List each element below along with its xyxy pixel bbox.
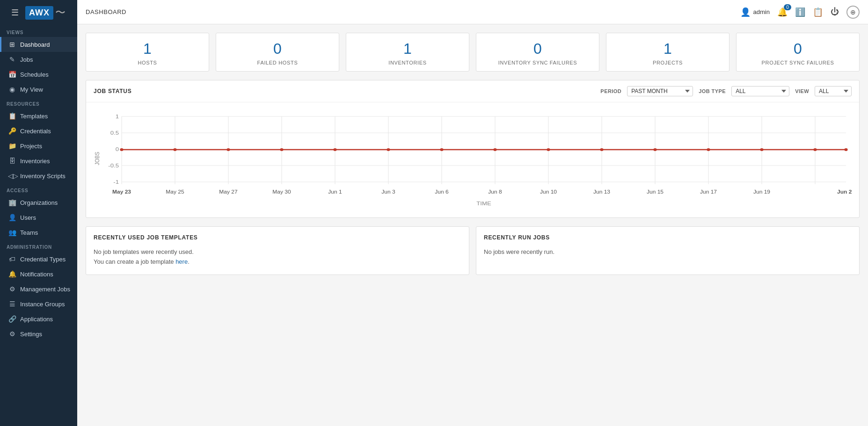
inventories-icon: 🗄 — [8, 157, 16, 165]
sidebar-item-organizations[interactable]: 🏢Organizations — [0, 195, 77, 210]
notification-badge: 0 — [784, 4, 791, 10]
sidebar-item-users[interactable]: 👤Users — [0, 210, 77, 225]
svg-point-25 — [120, 148, 123, 151]
stat-label: HOSTS — [138, 60, 157, 65]
stat-label: PROJECTS — [653, 60, 683, 65]
page-title: DASHBOARD — [86, 8, 126, 15]
sidebar-item-label-inventory-scripts: Inventory Scripts — [20, 173, 66, 180]
credential-types-icon: 🏷 — [8, 255, 16, 263]
period-select[interactable]: PAST MONTHPAST TWO WEEKSPAST WEEKPAST DA… — [627, 86, 693, 96]
svg-text:May 27: May 27 — [219, 189, 237, 195]
sidebar-item-management-jobs[interactable]: ⚙Management Jobs — [0, 282, 77, 296]
sidebar-item-inventories[interactable]: 🗄Inventories — [0, 153, 77, 168]
projects-icon: 📁 — [8, 142, 16, 150]
sidebar-item-teams[interactable]: 👥Teams — [0, 225, 77, 240]
svg-text:-1: -1 — [113, 179, 119, 185]
sidebar-item-label-teams: Teams — [20, 229, 38, 236]
svg-text:-0.5: -0.5 — [108, 163, 119, 169]
chart-svg: JOBS 1 0.5 0 -0.5 -1 — [94, 107, 852, 210]
create-link[interactable]: here — [175, 258, 188, 265]
sidebar-item-label-users: Users — [20, 214, 36, 221]
stat-card-failed-hosts: 0FAILED HOSTS — [216, 33, 339, 72]
sidebar-item-label-inventories: Inventories — [20, 158, 50, 165]
sidebar-item-credentials[interactable]: 🔑Credentials — [0, 123, 77, 138]
sidebar-item-credential-types[interactable]: 🏷Credential Types — [0, 252, 77, 267]
sidebar-section-label: ACCESS — [0, 183, 77, 195]
svg-point-32 — [493, 148, 496, 151]
recently-used-empty: No job templates were recently used. — [94, 247, 461, 257]
svg-point-26 — [173, 148, 176, 151]
sidebar-section-label: VIEWS — [0, 25, 77, 37]
organizations-icon: 🏢 — [8, 199, 16, 206]
info-icon[interactable]: ℹ️ — [795, 7, 805, 17]
stat-label: FAILED HOSTS — [257, 60, 298, 65]
svg-point-29 — [333, 148, 336, 151]
power-icon[interactable]: ⏻ — [831, 7, 839, 17]
sidebar-item-label-my-view: My View — [20, 86, 43, 93]
chart-area: JOBS 1 0.5 0 -0.5 -1 — [86, 102, 859, 217]
sidebar-sections: VIEWS⊞Dashboard✎Jobs📅Schedules◉My ViewRE… — [0, 25, 77, 341]
sidebar-item-notifications[interactable]: 🔔Notifications — [0, 267, 77, 282]
sidebar-item-label-notifications: Notifications — [20, 271, 53, 278]
sidebar-item-label-schedules: Schedules — [20, 71, 49, 78]
users-icon: 👤 — [8, 214, 16, 221]
svg-point-39 — [844, 148, 847, 151]
sidebar-item-label-settings: Settings — [20, 331, 42, 338]
sidebar-item-label-dashboard: Dashboard — [20, 41, 50, 48]
sidebar-item-projects[interactable]: 📁Projects — [0, 138, 77, 153]
stat-number: 1 — [403, 41, 412, 57]
stat-card-projects: 1PROJECTS — [606, 33, 729, 72]
management-jobs-icon: ⚙ — [8, 285, 16, 293]
docs-icon[interactable]: 📋 — [813, 7, 823, 17]
job-status-panel: JOB STATUS PERIOD PAST MONTHPAST TWO WEE… — [86, 80, 860, 218]
svg-text:Jun 17: Jun 17 — [700, 189, 717, 195]
logo-text: AWX — [25, 6, 53, 20]
sidebar-item-settings[interactable]: ⚙Settings — [0, 326, 77, 341]
topbar-circle-icon: ⊕ — [846, 6, 860, 19]
sidebar-item-jobs[interactable]: ✎Jobs — [0, 52, 77, 67]
job-type-select[interactable]: ALLPlaybook RunSCM UpdateInventory Updat… — [731, 86, 789, 96]
sidebar-item-applications[interactable]: 🔗Applications — [0, 311, 77, 326]
sidebar-item-label-organizations: Organizations — [20, 199, 58, 206]
settings-icon: ⚙ — [8, 330, 16, 338]
svg-text:TIME: TIME — [476, 201, 491, 207]
job-status-title: JOB STATUS — [94, 88, 131, 94]
sidebar-item-inventory-scripts[interactable]: ◁▷Inventory Scripts — [0, 168, 77, 183]
recently-run-panel: RECENTLY RUN JOBS No jobs were recently … — [476, 226, 860, 275]
sidebar-item-label-management-jobs: Management Jobs — [20, 286, 70, 293]
view-label: VIEW — [795, 88, 809, 94]
hamburger-button[interactable]: ☰ — [5, 4, 25, 22]
view-select[interactable]: ALLStackedGrouped — [815, 86, 852, 96]
job-type-label: JOB TYPE — [699, 88, 726, 94]
recently-used-title: RECENTLY USED JOB TEMPLATES — [94, 234, 461, 241]
notifications-icon: 🔔 — [8, 270, 16, 278]
stat-label: INVENTORIES — [388, 60, 427, 65]
topbar-right: 👤 admin 🔔 0 ℹ️ 📋 ⏻ ⊕ — [740, 6, 860, 19]
svg-text:Jun 13: Jun 13 — [593, 189, 610, 195]
sidebar-item-schedules[interactable]: 📅Schedules — [0, 67, 77, 82]
svg-point-28 — [280, 148, 283, 151]
svg-text:1: 1 — [116, 114, 119, 120]
topbar: DASHBOARD 👤 admin 🔔 0 ℹ️ 📋 ⏻ ⊕ — [77, 0, 868, 24]
sidebar-item-label-credential-types: Credential Types — [20, 256, 66, 263]
sidebar-item-my-view[interactable]: ◉My View — [0, 82, 77, 97]
applications-icon: 🔗 — [8, 315, 16, 323]
sidebar-item-dashboard[interactable]: ⊞Dashboard — [0, 37, 77, 52]
content-area: 1HOSTS0FAILED HOSTS1INVENTORIES0INVENTOR… — [77, 24, 868, 426]
svg-point-37 — [760, 148, 763, 151]
svg-text:Jun 1: Jun 1 — [328, 189, 342, 195]
notifications-button[interactable]: 🔔 0 — [777, 7, 788, 17]
job-status-chart: JOBS 1 0.5 0 -0.5 -1 — [94, 107, 852, 210]
sidebar-item-instance-groups[interactable]: ☰Instance Groups — [0, 296, 77, 311]
bottom-panels: RECENTLY USED JOB TEMPLATES No job templ… — [86, 226, 860, 275]
stat-number: 0 — [273, 41, 282, 57]
svg-point-34 — [600, 148, 603, 151]
sidebar-item-label-credentials: Credentials — [20, 128, 51, 135]
username: admin — [753, 8, 770, 15]
create-suffix: . — [188, 258, 190, 265]
user-icon: 👤 — [740, 7, 751, 17]
create-prefix: You can create a job template — [94, 258, 175, 265]
stat-label: PROJECT SYNC FAILURES — [762, 60, 834, 65]
sidebar-item-templates[interactable]: 📋Templates — [0, 108, 77, 123]
svg-point-33 — [547, 148, 550, 151]
